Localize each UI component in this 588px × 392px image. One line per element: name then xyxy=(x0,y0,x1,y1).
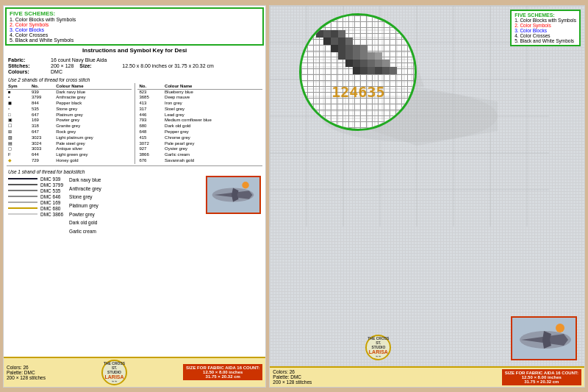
svg-rect-70 xyxy=(353,60,360,67)
scheme-1: 1. Color Blocks with Symbols xyxy=(10,17,259,22)
bline-label: DMC 939 xyxy=(40,177,60,182)
cross-stitch-area: 124635 FIVE SCHEMES: 1. Color Blocks wit… xyxy=(270,6,584,366)
svg-rect-53 xyxy=(338,30,345,38)
table-row: 793Medium cornflower blue xyxy=(137,118,262,124)
backstitch-section: Use 1 strand of thread for backstitch DM… xyxy=(4,168,265,238)
bline-label: DMC 646 xyxy=(40,194,60,199)
svg-rect-79 xyxy=(382,67,390,74)
svg-rect-75 xyxy=(353,67,360,74)
bottom-bar-left: Colors: 26 Palette: DMC 200 × 128 stitch… xyxy=(4,357,265,387)
bline-color-939 xyxy=(8,178,37,179)
table-row: 676Savannah gold xyxy=(137,158,262,164)
right-scheme-3: 3. Color Blocks xyxy=(514,28,576,33)
svg-rect-57 xyxy=(345,38,353,45)
svg-rect-56 xyxy=(338,38,345,45)
size-label: Size: xyxy=(79,63,116,68)
scheme-2: 2. Color Symbols xyxy=(10,22,259,27)
table-row: 317Stoel grey xyxy=(137,107,262,113)
magnifier: 124635 xyxy=(299,13,417,131)
divider xyxy=(7,165,262,166)
logo-top-right: THE CROSS ST. xyxy=(367,336,390,345)
bline-label: DMC 680 xyxy=(40,206,60,211)
bottom-info-left: Colors: 26 Palette: DMC 200 × 128 stitch… xyxy=(7,365,46,380)
svg-rect-78 xyxy=(375,67,382,74)
logo-left: THE CROSS ST. STUDIO LARISA ❧ ❧ xyxy=(101,360,127,385)
colours-label: Colours: xyxy=(8,69,45,74)
bline-3: DMC 535 xyxy=(8,188,63,193)
svg-rect-80 xyxy=(390,67,397,74)
bottom-palette-left: Palette: DMC xyxy=(7,370,46,375)
scheme-4: 4. Color Crosses xyxy=(10,32,259,38)
right-scheme-5: 5. Black and White Symbols xyxy=(514,38,576,43)
right-schemes-inner: FIVE SCHEMES: 1. Color Blocks with Symbo… xyxy=(510,10,581,46)
table-row: ▤3024Pale steel grey xyxy=(7,141,132,147)
stitches-label: Stitches: xyxy=(8,63,45,68)
table-row: ⊞647Rock grey xyxy=(7,129,132,135)
table-row: 680Dark old gold xyxy=(137,124,262,129)
logo-name-left: LARISA xyxy=(105,374,124,379)
svg-rect-54 xyxy=(323,38,331,45)
col-no: No. xyxy=(30,83,54,90)
logo-top-left: THE CROSS ST. xyxy=(103,361,126,370)
table-row: ◻3033Antique silver xyxy=(7,146,132,152)
size-box-right: SIZE FOR FABRIC AIDA 16 COUNT: 12.50 × 8… xyxy=(502,369,581,385)
right-scheme-1: 1. Color Blocks with Symbols xyxy=(514,18,576,23)
size-box-line2-left: 31.75 × 20.32 cm xyxy=(186,374,259,379)
bline-5: DMC 169 xyxy=(8,200,63,205)
bottom-size-right: 200 × 128 stitches xyxy=(273,379,312,385)
svg-rect-50 xyxy=(316,30,323,38)
right-scheme-2: 2. Color Symbols xyxy=(514,23,576,28)
cross-thread-label: Use 2 strands of thread for cross stitch xyxy=(4,76,265,83)
svg-rect-73 xyxy=(375,60,382,67)
table-row: 413Iron grey xyxy=(137,101,262,107)
bline-label: DMC 535 xyxy=(40,188,60,193)
left-panel: FIVE SCHEMES: 1. Color Blocks with Symbo… xyxy=(3,5,266,388)
color-table-left: Sym No. Colour Name ■939Dark navy blue ▪… xyxy=(7,83,132,164)
plane-svg xyxy=(207,176,259,214)
panel-title: Instructions and Symbol Key for Desi xyxy=(4,47,265,54)
svg-rect-72 xyxy=(368,60,375,67)
svg-rect-58 xyxy=(331,45,338,52)
table-row: 3685Deep mauve xyxy=(137,95,262,101)
bline-color-3799 xyxy=(8,184,37,185)
bline-color-169 xyxy=(8,202,37,203)
right-schemes-title: FIVE SCHEMES: xyxy=(514,13,576,18)
table-row: 3072Pale pearl grey xyxy=(137,141,262,147)
svg-rect-65 xyxy=(353,52,360,60)
size-box-left: SIZE FOR FABRIC AIDA 16 COUNT: 12.50 × 8… xyxy=(183,364,262,380)
bline-label: DMC 169 xyxy=(40,200,60,205)
bline-4: DMC 646 xyxy=(8,194,63,199)
logo-right-area: THE CROSS ST. STUDIO LARISA ❧ ❧ xyxy=(365,335,391,360)
plane-thumbnail-right xyxy=(511,316,577,360)
bottom-palette-right: Palette: DMC xyxy=(273,374,312,379)
svg-rect-60 xyxy=(345,45,353,52)
svg-rect-66 xyxy=(360,52,368,60)
table-row: 823Blueberry blue xyxy=(137,89,262,95)
color-table-wrapper: Sym No. Colour Name ■939Dark navy blue ▪… xyxy=(4,83,265,164)
svg-rect-74 xyxy=(382,60,390,67)
table-row: 648Pepper grey xyxy=(137,129,262,135)
svg-rect-69 xyxy=(345,60,353,67)
bline-color-680 xyxy=(8,207,37,209)
fabric-row: Fabric: 16 count Navy Blue Aida xyxy=(8,57,261,63)
table-row: 3866Garlic cream xyxy=(137,152,262,158)
backstitch-content: DMC 939 DMC 3799 DMC 535 DMC 646 xyxy=(8,176,261,236)
col-sym: Sym xyxy=(7,83,30,90)
svg-rect-71 xyxy=(360,60,368,67)
col-name: Colour Name xyxy=(54,83,132,90)
table-row: F644Light green grey xyxy=(7,152,132,158)
svg-rect-52 xyxy=(331,30,338,38)
fabric-value: 16 count Navy Blue Aida xyxy=(51,57,107,63)
table-row: □647Platinum grey xyxy=(7,113,132,118)
scheme-3: 3. Color Blocks xyxy=(10,27,259,32)
table-row: ▣169Powter grey xyxy=(7,118,132,124)
table-row: 927Oyster grey xyxy=(137,146,262,152)
bline-color-3866 xyxy=(8,213,37,215)
table-row: ◆729Honey gold xyxy=(7,158,132,164)
svg-rect-61 xyxy=(353,45,360,52)
bline-label: DMC 3799 xyxy=(40,182,63,188)
magnifier-content: 124635 xyxy=(301,15,415,129)
svg-point-5 xyxy=(243,182,249,188)
plane-thumbnail-left xyxy=(206,176,261,214)
logo-right: THE CROSS ST. STUDIO LARISA ❧ ❧ xyxy=(365,335,391,360)
